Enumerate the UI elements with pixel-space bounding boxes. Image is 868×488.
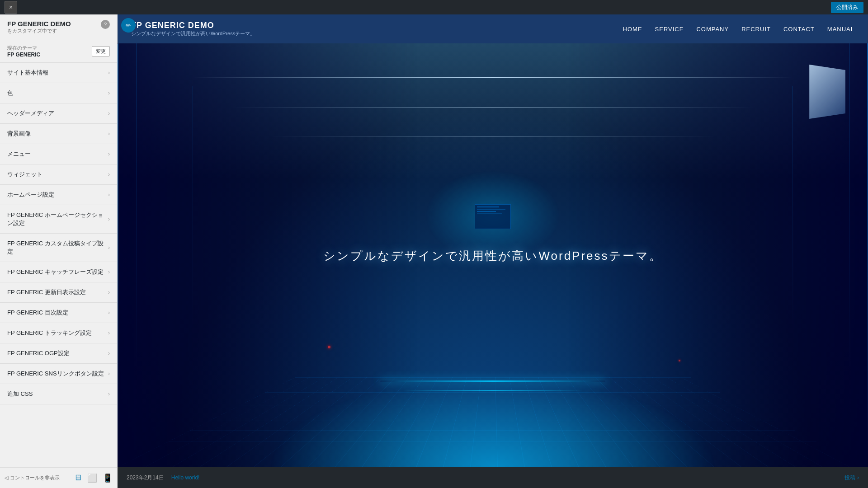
nav-item-nav-manual[interactable]: MANUAL [827,26,854,33]
chevron-right-icon: › [108,350,110,357]
chevron-right-icon: › [108,110,110,117]
edit-pencil-button[interactable]: ✏ [121,18,136,33]
floor-strip-2 [403,390,583,391]
chevron-right-icon: › [108,371,110,377]
chevron-right-icon: › [108,70,110,76]
post-date: 2023年2月14日 [127,474,164,482]
sidebar-item-fp-update-date[interactable]: FP GENERIC 更新日表示設定› [0,282,117,303]
sidebar-item-fp-toc[interactable]: FP GENERIC 目次設定› [0,303,117,323]
mobile-icon[interactable]: 📱 [103,473,113,483]
sidebar-item-label: FP GENERIC SNSリンクボタン設定 [7,370,104,378]
chevron-right-icon: › [108,330,110,336]
nav-item-nav-contact[interactable]: CONTACT [783,26,815,33]
site-logo-area: FP GENERIC DEMO シンプルなデザインで汎用性が高いWordPres… [131,21,623,37]
floor-strip [380,380,605,382]
chevron-right-icon: › [108,171,110,178]
sidebar-item-widget[interactable]: ウィジェット› [0,164,117,185]
sidebar-item-label: ホームページ設定 [7,191,54,199]
chevron-right-icon: › [108,131,110,137]
help-icon[interactable]: ? [101,20,110,29]
preview-area: ✏ FP GENERIC DEMO シンプルなデザインで汎用性が高いWordPr… [118,14,868,488]
sidebar-item-menu[interactable]: メニュー› [0,144,117,164]
sidebar-item-label: ウィジェット [7,170,42,178]
hide-controls-button[interactable]: ◁ コントロールを非表示 [5,474,70,481]
sidebar-item-label: サイト基本情報 [7,69,48,77]
site-logo-subtitle: シンプルなデザインで汎用性が高いWordPressテーマ。 [131,30,623,37]
sidebar-item-fp-catchphrase[interactable]: FP GENERIC キャッチフレーズ設定› [0,262,117,282]
hero-main-text: シンプルなデザインで汎用性が高いWordPressテーマ。 [323,248,662,264]
preview-bottom-bar: 2023年2月14日 Hello world! 投稿 › [118,467,868,488]
theme-section: 現在のテーマ FP GENERIC 変更 [0,40,117,63]
chevron-right-icon: › [108,244,110,251]
sidebar-item-label: FP GENERIC 目次設定 [7,309,68,317]
desktop-icon[interactable]: 🖥 [74,473,82,483]
site-logo-title: FP GENERIC DEMO [131,21,623,30]
red-dot-2 [679,360,680,361]
theme-name: FP GENERIC [7,52,40,58]
chevron-right-icon: › [108,90,110,96]
nav-item-nav-home[interactable]: HOME [623,26,642,33]
nav-item-nav-service[interactable]: SERVICE [655,26,684,33]
admin-bar: × 公開済み [0,0,868,14]
sidebar-item-label: ヘッダーメディア [7,109,54,117]
nav-item-nav-company[interactable]: COMPANY [696,26,729,33]
sidebar-item-fp-tracking[interactable]: FP GENERIC トラッキング設定› [0,323,117,343]
hide-controls-label: コントロールを非表示 [10,474,60,481]
sidebar-subtitle: をカスタマイズ中です [7,28,71,34]
sidebar-item-label: FP GENERIC カスタム投稿タイプ設定 [7,239,108,256]
sidebar-title: FP GENERIC DEMO [7,20,71,28]
post-nav-chevron: › [857,474,859,481]
change-theme-button[interactable]: 変更 [92,46,110,56]
sidebar-item-background-image[interactable]: 背景画像› [0,124,117,144]
sidebar-item-label: 追加 CSS [7,390,33,398]
sidebar-item-additional-css[interactable]: 追加 CSS› [0,384,117,404]
chevron-right-icon: › [108,269,110,275]
chevron-right-icon: › [108,192,110,198]
sidebar-header: FP GENERIC DEMO をカスタマイズ中です ? [0,14,117,40]
tablet-icon[interactable]: ⬜ [87,473,97,483]
hero-section: シンプルなデザインで汎用性が高いWordPressテーマ。 [118,43,868,467]
hello-world-link[interactable]: Hello world! [171,474,200,481]
sidebar-item-header-media[interactable]: ヘッダーメディア› [0,103,117,124]
hero-text: シンプルなデザインで汎用性が高いWordPressテーマ。 [323,248,662,264]
sidebar-item-fp-homepage-section[interactable]: FP GENERIC ホームページセクション設定› [0,205,117,234]
sidebar-item-site-basic-info[interactable]: サイト基本情報› [0,63,117,83]
sidebar-item-label: FP GENERIC OGP設定 [7,349,70,357]
chevron-right-icon: › [108,289,110,296]
site-nav: HOMESERVICECOMPANYRECRUITCONTACTMANUAL [623,26,854,33]
close-button[interactable]: × [5,1,17,14]
chevron-right-icon: › [108,391,110,397]
main-layout: FP GENERIC DEMO をカスタマイズ中です ? 現在のテーマ FP G… [0,14,868,488]
sidebar-footer: ◁ コントロールを非表示 🖥 ⬜ 📱 [0,467,117,488]
sidebar-item-fp-ogp[interactable]: FP GENERIC OGP設定› [0,343,117,364]
sidebar-item-color[interactable]: 色› [0,83,117,103]
theme-label: 現在のテーマ [7,45,40,52]
sidebar-item-label: 背景画像 [7,130,31,138]
sidebar-title-group: FP GENERIC DEMO をカスタマイズ中です [7,20,71,34]
theme-info: 現在のテーマ FP GENERIC [7,45,40,58]
sidebar-item-label: メニュー [7,150,31,158]
sidebar-item-homepage-settings[interactable]: ホームページ設定› [0,185,117,205]
sidebar-item-label: FP GENERIC キャッチフレーズ設定 [7,268,104,276]
sidebar-item-label: 色 [7,89,13,97]
chevron-right-icon: › [108,310,110,316]
sidebar-item-label: FP GENERIC 更新日表示設定 [7,288,86,296]
post-nav-label: 投稿 [844,474,855,482]
sidebar-menu: サイト基本情報›色›ヘッダーメディア›背景画像›メニュー›ウィジェット›ホームペ… [0,63,117,467]
chevron-right-icon: › [108,216,110,222]
sidebar-item-label: FP GENERIC ホームページセクション設定 [7,211,108,227]
hide-controls-icon: ◁ [5,475,8,481]
nav-item-nav-recruit[interactable]: RECRUIT [741,26,771,33]
screen-size-icons: 🖥 ⬜ 📱 [74,473,113,483]
terminal-screen [475,204,511,229]
site-header: FP GENERIC DEMO シンプルなデザインで汎用性が高いWordPres… [118,14,868,43]
sidebar-item-label: FP GENERIC トラッキング設定 [7,329,92,337]
sidebar-item-fp-sns[interactable]: FP GENERIC SNSリンクボタン設定› [0,364,117,384]
post-nav-link[interactable]: 投稿 › [844,474,859,482]
sidebar: FP GENERIC DEMO をカスタマイズ中です ? 現在のテーマ FP G… [0,14,118,488]
sidebar-item-fp-custom-post[interactable]: FP GENERIC カスタム投稿タイプ設定› [0,234,117,262]
chevron-right-icon: › [108,151,110,157]
publish-button[interactable]: 公開済み [831,2,863,13]
